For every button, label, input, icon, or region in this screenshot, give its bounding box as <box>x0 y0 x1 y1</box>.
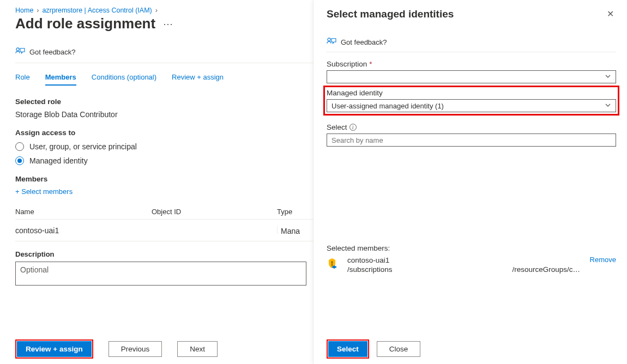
description-input[interactable]: Optional <box>15 262 306 286</box>
chevron-down-icon <box>605 73 611 80</box>
radio-mi-label: Managed identity <box>29 156 88 165</box>
radio-icon <box>15 142 24 151</box>
radio-principal[interactable]: User, group, or service principal <box>15 142 313 151</box>
footer-right: Select Close <box>327 339 420 359</box>
chevron-right-icon: › <box>37 7 39 14</box>
page-title: Add role assignment <box>15 15 155 32</box>
select-button[interactable]: Select <box>328 341 367 357</box>
svg-point-2 <box>331 261 333 263</box>
selected-member-path-1: /subscriptions <box>347 265 393 274</box>
divider <box>327 52 616 52</box>
info-icon[interactable]: i <box>349 124 357 131</box>
assign-access-heading: Assign access to <box>15 129 313 137</box>
select-managed-identities-blade: Select managed identities ✕ Got feedback… <box>313 0 627 364</box>
close-button[interactable]: Close <box>377 341 421 357</box>
radio-managed-identity[interactable]: Managed identity <box>15 156 313 165</box>
table-row[interactable]: contoso-uai1 Mana <box>15 220 313 241</box>
row-object-id <box>152 226 277 235</box>
row-type: Mana <box>277 226 313 235</box>
blade-feedback-link[interactable]: Got feedback? <box>327 38 616 52</box>
members-table-header: Name Object ID Type <box>15 208 313 220</box>
remove-member-link[interactable]: Remove <box>590 256 616 264</box>
tabs-bar: Role Members Conditions (optional) Revie… <box>15 73 313 86</box>
members-heading: Members <box>15 175 313 183</box>
review-assign-button[interactable]: Review + assign <box>17 341 92 357</box>
managed-identity-value: User-assigned managed identity (1) <box>331 102 444 110</box>
feedback-label: Got feedback? <box>29 48 76 56</box>
radio-icon <box>15 156 24 165</box>
breadcrumb-home[interactable]: Home <box>15 7 33 14</box>
next-button[interactable]: Next <box>177 341 218 357</box>
chevron-down-icon <box>605 102 611 108</box>
description-heading: Description <box>15 250 313 258</box>
blade-title: Select managed identities <box>327 8 605 20</box>
highlight-select-button: Select <box>327 339 369 359</box>
breadcrumb: Home › azrpremstore | Access Control (IA… <box>15 7 313 14</box>
selected-role-heading: Selected role <box>15 98 313 106</box>
subscription-label: Subscription* <box>327 60 616 68</box>
highlight-managed-identity: Managed identity User-assigned managed i… <box>323 86 619 116</box>
radio-principal-label: User, group, or service principal <box>29 142 137 151</box>
footer-left: Review + assign Previous Next <box>15 339 218 359</box>
row-name: contoso-uai1 <box>15 226 152 235</box>
select-members-label: Select members <box>21 187 73 196</box>
blade-feedback-label: Got feedback? <box>341 38 387 46</box>
divider <box>15 63 313 63</box>
add-role-assignment-pane: Home › azrpremstore | Access Control (IA… <box>0 0 313 364</box>
managed-identity-icon <box>327 257 342 272</box>
selected-member-name: contoso-uai1 <box>347 256 584 265</box>
tab-conditions[interactable]: Conditions (optional) <box>92 73 156 86</box>
selected-member-path-2: /resourceGroups/c… <box>513 265 581 274</box>
feedback-link[interactable]: Got feedback? <box>15 47 313 63</box>
selected-role-value: Storage Blob Data Contributor <box>15 110 313 119</box>
selected-member-row: contoso-uai1 /subscriptions /resourceGro… <box>327 256 616 274</box>
svg-point-0 <box>16 48 19 51</box>
tab-review[interactable]: Review + assign <box>172 73 224 86</box>
subscription-dropdown[interactable] <box>327 70 616 83</box>
chevron-right-icon: › <box>155 7 158 14</box>
col-name: Name <box>15 208 152 216</box>
tab-role[interactable]: Role <box>15 73 30 86</box>
breadcrumb-resource[interactable]: azrpremstore | Access Control (IAM) <box>43 7 152 14</box>
selected-members-section: Selected members: contoso-uai1 /subscrip… <box>327 244 616 274</box>
managed-identity-label: Managed identity <box>327 89 616 97</box>
previous-button[interactable]: Previous <box>108 341 162 357</box>
feedback-icon <box>327 38 336 46</box>
plus-icon: + <box>15 187 21 196</box>
select-label: Select i <box>327 123 616 131</box>
selected-members-heading: Selected members: <box>327 244 616 252</box>
feedback-icon <box>15 47 25 56</box>
col-type: Type <box>277 208 313 216</box>
close-icon[interactable]: ✕ <box>605 7 616 21</box>
highlight-review-assign: Review + assign <box>15 339 93 359</box>
managed-identity-dropdown[interactable]: User-assigned managed identity (1) <box>327 99 616 112</box>
search-input[interactable] <box>327 134 616 147</box>
select-members-link[interactable]: + Select members <box>15 187 313 196</box>
svg-point-1 <box>328 38 330 41</box>
col-object-id: Object ID <box>152 208 277 216</box>
tab-members[interactable]: Members <box>45 73 76 86</box>
more-menu-icon[interactable]: ⋯ <box>163 18 174 30</box>
